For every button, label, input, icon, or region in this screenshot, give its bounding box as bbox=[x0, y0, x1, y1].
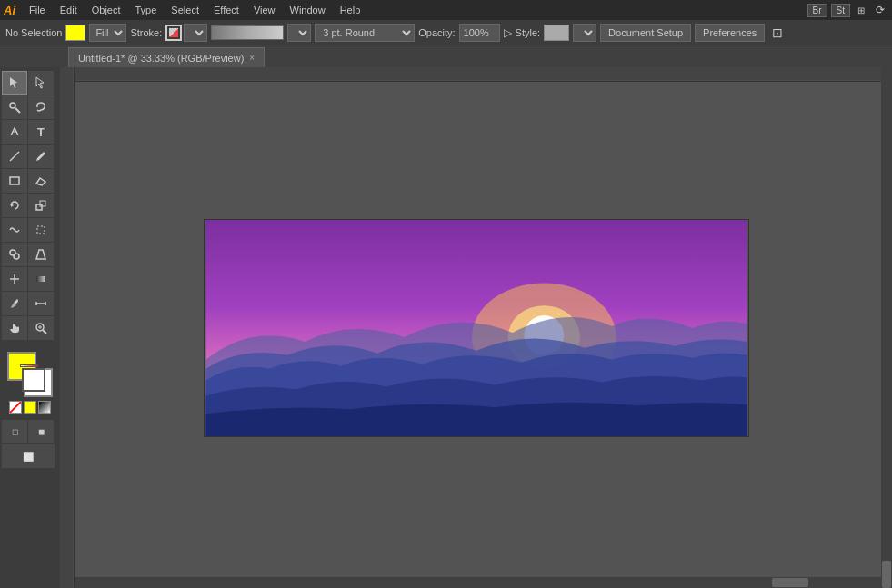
svg-rect-7 bbox=[40, 201, 45, 206]
magic-wand-row bbox=[2, 95, 58, 119]
stroke-label: Stroke: bbox=[130, 27, 162, 38]
svg-line-3 bbox=[10, 152, 19, 161]
selection-tools-row bbox=[2, 71, 58, 95]
eyedropper-row bbox=[2, 292, 58, 315]
right-scrollbar[interactable] bbox=[881, 67, 892, 588]
fg-bg-swatches bbox=[7, 352, 53, 397]
bridge-buttons: Br St ⊞ ⟳ bbox=[807, 4, 888, 17]
sync-icon[interactable]: ⟳ bbox=[872, 4, 888, 16]
fill-swatch[interactable] bbox=[65, 25, 85, 41]
zoom-tool[interactable] bbox=[28, 316, 54, 340]
pen-tool[interactable] bbox=[2, 120, 27, 144]
artwork-svg bbox=[205, 220, 748, 436]
hand-tool[interactable] bbox=[2, 316, 27, 340]
perspective-tool[interactable] bbox=[28, 243, 54, 266]
menu-edit[interactable]: Edit bbox=[54, 3, 84, 17]
arrange-icon[interactable]: ⊡ bbox=[768, 25, 787, 40]
opacity-expand-icon[interactable]: ▷ bbox=[504, 26, 512, 39]
svg-marker-11 bbox=[36, 250, 45, 259]
scroll-thumb[interactable] bbox=[882, 561, 891, 588]
style-swatch[interactable] bbox=[544, 25, 569, 41]
stroke-preview-box bbox=[165, 24, 207, 42]
draw-behind-tool[interactable]: ◼ bbox=[28, 420, 54, 443]
stroke-dropdown[interactable] bbox=[184, 24, 207, 42]
opacity-label: Opacity: bbox=[418, 27, 455, 38]
lasso-tool[interactable] bbox=[28, 95, 54, 119]
draw-inside-tool[interactable]: ◻ bbox=[2, 420, 27, 443]
ruler-top-marks bbox=[60, 67, 892, 81]
style-label: Style: bbox=[516, 27, 541, 38]
ruler-left-marks bbox=[60, 67, 74, 588]
svg-line-0 bbox=[15, 108, 20, 113]
document-setup-btn[interactable]: Document Setup bbox=[600, 24, 691, 42]
menu-window[interactable]: Window bbox=[284, 3, 332, 17]
magic-wand-tool[interactable] bbox=[2, 95, 27, 119]
stock-btn[interactable]: St bbox=[831, 4, 850, 17]
screen-mode-row: ⬜ bbox=[2, 444, 58, 468]
pen-row: T bbox=[2, 120, 58, 144]
style-dropdown[interactable] bbox=[573, 24, 596, 42]
measure-tool[interactable] bbox=[28, 292, 54, 315]
menu-help[interactable]: Help bbox=[334, 3, 367, 17]
shape-builder-tool[interactable] bbox=[2, 243, 27, 266]
eraser-tool[interactable] bbox=[28, 169, 54, 193]
scale-tool[interactable] bbox=[28, 194, 54, 217]
stroke-type-select[interactable]: 3 pt. Round bbox=[315, 24, 415, 42]
mini-swatches-row bbox=[4, 401, 56, 414]
menu-object[interactable]: Object bbox=[85, 3, 127, 17]
gradient-tool[interactable] bbox=[28, 267, 54, 291]
workspace-icon[interactable]: ⊞ bbox=[854, 5, 868, 15]
screen-mode-tool[interactable]: ⬜ bbox=[2, 444, 55, 468]
none-swatch[interactable] bbox=[9, 401, 22, 414]
stroke-gradient-dropdown[interactable] bbox=[287, 24, 311, 42]
menu-view[interactable]: View bbox=[247, 3, 282, 17]
line-row bbox=[2, 145, 58, 168]
line-segment-tool[interactable] bbox=[2, 145, 27, 168]
color-swatch-small[interactable] bbox=[24, 401, 36, 414]
svg-rect-8 bbox=[37, 226, 45, 234]
opacity-input[interactable] bbox=[459, 24, 500, 42]
svg-point-10 bbox=[14, 254, 19, 259]
gradient-swatch-small[interactable] bbox=[38, 401, 51, 414]
direct-selection-tool[interactable] bbox=[28, 71, 54, 95]
ruler-left bbox=[60, 67, 75, 588]
menu-select[interactable]: Select bbox=[165, 3, 205, 17]
tab-close-btn[interactable]: × bbox=[249, 53, 255, 63]
rectangle-tool[interactable] bbox=[2, 169, 27, 193]
eyedropper-tool[interactable] bbox=[2, 292, 27, 315]
graph-row bbox=[2, 243, 58, 266]
svg-rect-4 bbox=[10, 177, 19, 184]
menu-file[interactable]: File bbox=[23, 3, 52, 17]
menu-type[interactable]: Type bbox=[129, 3, 164, 17]
tab-bar: Untitled-1* @ 33.33% (RGB/Preview) × bbox=[0, 45, 892, 67]
left-toolbar: T bbox=[0, 67, 60, 588]
warp-row bbox=[2, 218, 58, 242]
bridge-btn[interactable]: Br bbox=[807, 4, 827, 17]
selection-tool[interactable] bbox=[2, 71, 27, 95]
bottom-scroll-thumb[interactable] bbox=[772, 578, 808, 587]
color-area bbox=[2, 346, 58, 415]
canvas-area bbox=[60, 67, 892, 588]
app-logo: Ai bbox=[4, 4, 15, 17]
svg-rect-6 bbox=[36, 204, 42, 210]
menu-bar: Ai File Edit Object Type Select Effect V… bbox=[0, 0, 892, 20]
free-transform-tool[interactable] bbox=[28, 218, 54, 242]
main-area: T bbox=[0, 67, 892, 588]
svg-rect-12 bbox=[36, 276, 45, 282]
rotate-tool[interactable] bbox=[2, 194, 27, 217]
document-tab[interactable]: Untitled-1* @ 33.33% (RGB/Preview) × bbox=[68, 47, 265, 67]
mesh-row bbox=[2, 267, 58, 291]
tab-title: Untitled-1* @ 33.33% (RGB/Preview) bbox=[78, 53, 244, 64]
type-tool[interactable]: T bbox=[28, 120, 54, 144]
paintbrush-tool[interactable] bbox=[28, 145, 54, 168]
bottom-scrollbar[interactable] bbox=[75, 577, 881, 588]
stroke-swatch[interactable] bbox=[165, 25, 182, 41]
preferences-btn[interactable]: Preferences bbox=[695, 24, 765, 42]
artwork-canvas[interactable] bbox=[204, 219, 749, 437]
menu-effect[interactable]: Effect bbox=[207, 3, 246, 17]
no-selection-label: No Selection bbox=[5, 27, 62, 38]
svg-line-17 bbox=[43, 330, 46, 334]
fill-dropdown[interactable]: Fill bbox=[89, 24, 126, 42]
mesh-tool[interactable] bbox=[2, 267, 27, 291]
warp-tool[interactable] bbox=[2, 218, 27, 242]
